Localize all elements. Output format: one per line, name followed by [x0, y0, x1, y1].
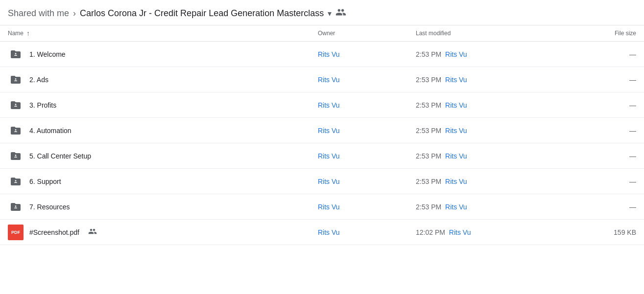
file-name-label: 2. Ads: [29, 76, 48, 84]
shared-folder-icon: [8, 199, 24, 215]
column-last-modified: Last modified: [416, 30, 563, 37]
table-row[interactable]: 3. Profits Rits Vu 2:53 PM Rits Vu —: [0, 92, 644, 118]
file-name-label: 4. Automation: [29, 127, 72, 135]
table-row[interactable]: PDF #Screenshot.pdf Rits Vu 12:02 PM Rit…: [0, 220, 644, 245]
cell-name: PDF #Screenshot.pdf: [8, 225, 318, 240]
cell-size: —: [563, 178, 636, 185]
column-owner: Owner: [318, 30, 416, 37]
cell-modified: 12:02 PM Rits Vu: [416, 228, 563, 236]
shared-folder-icon: [8, 148, 24, 164]
cell-modified: 2:53 PM Rits Vu: [416, 101, 563, 109]
column-file-size: File size: [563, 30, 636, 37]
column-name[interactable]: Name ↑: [8, 29, 318, 37]
shared-folder-icon: [8, 46, 24, 62]
cell-owner[interactable]: Rits Vu: [318, 127, 416, 135]
cell-name: 1. Welcome: [8, 46, 318, 62]
shared-folder-icon: [8, 97, 24, 113]
cell-size: —: [563, 101, 636, 109]
table-header-row: Name ↑ Owner Last modified File size: [0, 25, 644, 42]
sort-arrow-icon: ↑: [26, 29, 30, 37]
table-row[interactable]: 4. Automation Rits Vu 2:53 PM Rits Vu —: [0, 118, 644, 143]
cell-modified: 2:53 PM Rits Vu: [416, 76, 563, 84]
modified-user[interactable]: Rits Vu: [445, 50, 467, 58]
modified-user[interactable]: Rits Vu: [445, 178, 467, 185]
cell-size: 159 KB: [563, 228, 636, 236]
modified-user[interactable]: Rits Vu: [449, 228, 471, 236]
folder-name-label: Carlos Corona Jr - Credit Repair Lead Ge…: [80, 8, 324, 19]
cell-owner[interactable]: Rits Vu: [318, 76, 416, 84]
breadcrumb-chevron: ›: [73, 8, 76, 19]
file-table: Name ↑ Owner Last modified File size 1. …: [0, 25, 644, 245]
cell-name: 7. Resources: [8, 199, 318, 215]
cell-owner[interactable]: Rits Vu: [318, 50, 416, 58]
table-row[interactable]: 2. Ads Rits Vu 2:53 PM Rits Vu —: [0, 67, 644, 92]
file-name-label: 7. Resources: [29, 203, 70, 211]
modified-user[interactable]: Rits Vu: [445, 101, 467, 109]
table-row[interactable]: 1. Welcome Rits Vu 2:53 PM Rits Vu —: [0, 42, 644, 67]
file-name-label: #Screenshot.pdf: [29, 228, 79, 236]
cell-owner[interactable]: Rits Vu: [318, 228, 416, 236]
folder-title: Carlos Corona Jr - Credit Repair Lead Ge…: [80, 8, 332, 19]
modified-user[interactable]: Rits Vu: [445, 152, 467, 160]
cell-name: 2. Ads: [8, 72, 318, 88]
people-icon[interactable]: [335, 7, 346, 20]
cell-modified: 2:53 PM Rits Vu: [416, 50, 563, 58]
cell-size: —: [563, 203, 636, 211]
folder-dropdown-button[interactable]: ▾: [328, 9, 332, 18]
file-name-label: 3. Profits: [29, 101, 56, 109]
cell-name: 3. Profits: [8, 97, 318, 113]
table-row[interactable]: 5. Call Center Setup Rits Vu 2:53 PM Rit…: [0, 143, 644, 169]
cell-modified: 2:53 PM Rits Vu: [416, 178, 563, 185]
breadcrumb-header: Shared with me › Carlos Corona Jr - Cred…: [0, 0, 644, 25]
cell-name: 6. Support: [8, 174, 318, 189]
cell-owner[interactable]: Rits Vu: [318, 203, 416, 211]
shared-folder-icon: [8, 123, 24, 138]
table-row[interactable]: 7. Resources Rits Vu 2:53 PM Rits Vu —: [0, 194, 644, 220]
shared-badge: [88, 227, 97, 238]
shared-folder-icon: [8, 174, 24, 189]
shared-with-me-link[interactable]: Shared with me: [8, 8, 69, 19]
table-body: 1. Welcome Rits Vu 2:53 PM Rits Vu — 2. …: [0, 42, 644, 245]
table-row[interactable]: 6. Support Rits Vu 2:53 PM Rits Vu —: [0, 169, 644, 194]
cell-size: —: [563, 50, 636, 58]
cell-size: —: [563, 76, 636, 84]
cell-modified: 2:53 PM Rits Vu: [416, 203, 563, 211]
file-name-label: 5. Call Center Setup: [29, 152, 91, 160]
cell-name: 5. Call Center Setup: [8, 148, 318, 164]
cell-owner[interactable]: Rits Vu: [318, 178, 416, 185]
cell-owner[interactable]: Rits Vu: [318, 152, 416, 160]
file-name-label: 1. Welcome: [29, 50, 66, 58]
cell-size: —: [563, 152, 636, 160]
modified-user[interactable]: Rits Vu: [445, 76, 467, 84]
cell-size: —: [563, 127, 636, 135]
column-name-label: Name: [8, 30, 24, 37]
cell-modified: 2:53 PM Rits Vu: [416, 127, 563, 135]
cell-owner[interactable]: Rits Vu: [318, 101, 416, 109]
shared-folder-icon: [8, 72, 24, 88]
modified-user[interactable]: Rits Vu: [445, 127, 467, 135]
cell-modified: 2:53 PM Rits Vu: [416, 152, 563, 160]
pdf-icon: PDF: [8, 225, 24, 240]
modified-user[interactable]: Rits Vu: [445, 203, 467, 211]
cell-name: 4. Automation: [8, 123, 318, 138]
file-name-label: 6. Support: [29, 178, 61, 185]
